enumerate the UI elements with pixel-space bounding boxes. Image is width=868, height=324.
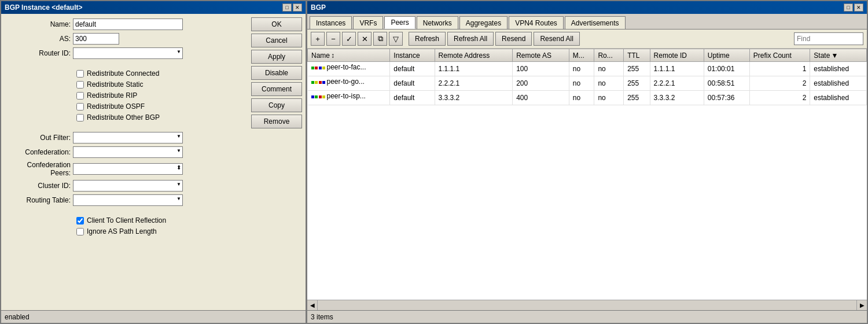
col-instance[interactable]: Instance: [390, 49, 435, 62]
confederation-peers-select[interactable]: [73, 163, 183, 175]
left-title-buttons: □ ✕: [282, 3, 302, 12]
scroll-right-button[interactable]: ▶: [856, 300, 867, 311]
copy-button[interactable]: Copy: [251, 98, 302, 112]
cell-remote-address: 3.3.3.2: [435, 91, 513, 105]
cell-instance: default: [390, 62, 435, 76]
tab-advertisements[interactable]: Advertisements: [565, 16, 626, 29]
redistribute-other-bgp-checkbox[interactable]: [76, 114, 84, 122]
cell-remote-id: 1.1.1.1: [650, 62, 704, 76]
col-state[interactable]: State ▼: [810, 49, 867, 62]
cell-ro: no: [594, 62, 624, 76]
copy-icon-button[interactable]: ⧉: [373, 32, 387, 46]
cell-prefix-count: 2: [749, 91, 810, 105]
left-title: BGP Instance <default>: [5, 3, 83, 12]
col-remote-as[interactable]: Remote AS: [513, 49, 569, 62]
tab-networks[interactable]: Networks: [417, 16, 458, 29]
apply-button[interactable]: Apply: [251, 50, 302, 64]
scroll-track[interactable]: [318, 300, 856, 311]
col-ttl[interactable]: TTL: [624, 49, 650, 62]
client-to-client-checkbox[interactable]: [76, 217, 84, 224]
routing-table-select[interactable]: [73, 194, 183, 206]
redistribute-rip-label: Redistribute RIP: [87, 91, 137, 100]
left-title-bar: BGP Instance <default> □ ✕: [1, 1, 306, 14]
confederation-select[interactable]: [73, 146, 183, 158]
remove-button[interactable]: Remove: [251, 115, 302, 128]
cell-ttl: 255: [624, 91, 650, 105]
sep3: [7, 209, 242, 213]
col-remote-id[interactable]: Remote ID: [650, 49, 704, 62]
redistribute-ospf-checkbox[interactable]: [76, 103, 84, 111]
router-id-select[interactable]: [73, 47, 183, 59]
confederation-peers-select-wrapper: [73, 163, 183, 175]
col-remote-address[interactable]: Remote Address: [435, 49, 513, 62]
tab-vpn4-routes[interactable]: VPN4 Routes: [509, 16, 564, 29]
col-prefix-count[interactable]: Prefix Count: [749, 49, 810, 62]
cell-name: peer-to-isp...: [308, 91, 390, 105]
horizontal-scrollbar[interactable]: ◀ ▶: [307, 300, 867, 310]
redistribute-rip-checkbox[interactable]: [76, 92, 84, 100]
tab-peers[interactable]: Peers: [384, 16, 415, 29]
left-minimize-button[interactable]: □: [282, 3, 292, 12]
redistribute-static-checkbox[interactable]: [76, 81, 84, 89]
name-input[interactable]: [73, 19, 183, 30]
resend-button[interactable]: Resend: [495, 32, 532, 46]
redistribute-ospf-label: Redistribute OSPF: [87, 102, 145, 111]
scroll-left-button[interactable]: ◀: [307, 300, 318, 311]
left-form: Name: AS: Router ID: Redistribute Connec…: [1, 14, 248, 310]
client-to-client-row: Client To Client Reflection: [7, 216, 242, 224]
find-input[interactable]: [794, 32, 863, 45]
left-content: Name: AS: Router ID: Redistribute Connec…: [1, 14, 306, 310]
right-minimize-button[interactable]: □: [844, 3, 853, 12]
disable-button[interactable]: Disable: [251, 66, 302, 80]
refresh-all-button[interactable]: Refresh All: [447, 32, 494, 46]
cell-ro: no: [594, 76, 624, 91]
out-filter-select-wrapper: [73, 132, 183, 143]
left-status-text: enabled: [5, 313, 30, 321]
as-input[interactable]: [73, 33, 119, 45]
cell-state: established: [810, 76, 867, 91]
cell-m: no: [569, 76, 594, 91]
redistribute-connected-checkbox[interactable]: [76, 70, 84, 78]
disable-button-icon[interactable]: ✕: [358, 32, 372, 46]
as-label: AS:: [7, 35, 71, 43]
col-uptime[interactable]: Uptime: [704, 49, 749, 62]
cluster-id-label: Cluster ID:: [7, 182, 71, 190]
enable-button[interactable]: ✓: [342, 32, 356, 46]
col-m[interactable]: M...: [569, 49, 594, 62]
tab-vrfs[interactable]: VRFs: [353, 16, 383, 29]
right-close-button[interactable]: ✕: [854, 3, 863, 12]
table-row[interactable]: peer-to-isp... default 3.3.3.2 400 no no…: [308, 91, 867, 105]
right-title-bar: BGP □ ✕: [307, 1, 867, 14]
name-row: Name:: [7, 19, 242, 30]
table-body: peer-to-fac... default 1.1.1.1 100 no no…: [308, 62, 867, 105]
cell-remote-as: 200: [513, 76, 569, 91]
peer-status-icon: [311, 81, 325, 89]
tab-instances[interactable]: Instances: [310, 16, 352, 29]
add-button[interactable]: +: [311, 32, 325, 46]
col-ro[interactable]: Ro...: [594, 49, 624, 62]
cluster-id-select[interactable]: [73, 180, 183, 192]
cell-state: established: [810, 62, 867, 76]
filter-button[interactable]: ▽: [389, 32, 403, 46]
ok-button[interactable]: OK: [251, 17, 302, 31]
client-to-client-label: Client To Client Reflection: [87, 216, 166, 224]
left-close-button[interactable]: ✕: [293, 3, 302, 12]
cell-uptime: 01:00:01: [704, 62, 749, 76]
tabs-bar: Instances VRFs Peers Networks Aggregates…: [307, 14, 867, 30]
refresh-button[interactable]: Refresh: [409, 32, 446, 46]
remove-button-icon[interactable]: −: [326, 32, 340, 46]
resend-all-button[interactable]: Resend All: [534, 32, 579, 46]
tab-aggregates[interactable]: Aggregates: [459, 16, 507, 29]
ignore-as-path-label: Ignore AS Path Length: [87, 227, 157, 235]
table-row[interactable]: peer-to-go... default 2.2.2.1 200 no no …: [308, 76, 867, 91]
table-row[interactable]: peer-to-fac... default 1.1.1.1 100 no no…: [308, 62, 867, 76]
ignore-as-path-checkbox[interactable]: [76, 228, 84, 235]
right-panel: BGP □ ✕ Instances VRFs Peers Networks Ag…: [307, 0, 868, 324]
confederation-peers-row: Confederation Peers:: [7, 161, 242, 177]
cancel-button[interactable]: Cancel: [251, 34, 302, 47]
cell-remote-address: 1.1.1.1: [435, 62, 513, 76]
cell-instance: default: [390, 91, 435, 105]
comment-button[interactable]: Comment: [251, 82, 302, 96]
out-filter-select[interactable]: [73, 132, 183, 143]
col-name[interactable]: Name ↕: [308, 49, 390, 62]
